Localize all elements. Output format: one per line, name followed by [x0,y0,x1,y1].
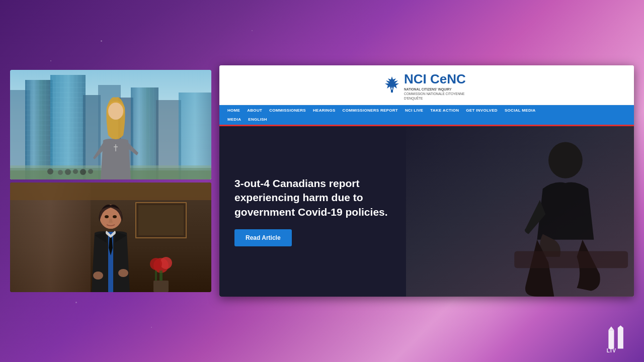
nci-abbreviation: NCI CeNC [404,71,466,87]
svg-marker-105 [618,327,623,348]
browser-header: NCI CeNC NATIONAL CITIZENS' INQUIRY COMM… [219,65,634,105]
nav-item-media[interactable]: MEDIA [227,117,241,122]
svg-point-101 [548,142,583,178]
city-backdrop-svg [10,70,211,179]
nav-bar-secondary: MEDIA ENGLISH [219,116,634,126]
nci-text-block: NCI CeNC NATIONAL CITIZENS' INQUIRY COMM… [404,71,469,101]
svg-point-76 [88,169,93,174]
svg-point-78 [108,103,123,120]
svg-rect-91 [153,281,169,292]
svg-rect-2 [25,80,53,179]
read-article-button[interactable]: Read Article [234,229,292,246]
hero-bg-person [406,126,634,297]
svg-marker-106 [618,325,623,328]
nci-logo: NCI CeNC NATIONAL CITIZENS' INQUIRY COMM… [384,71,469,101]
nav-item-about[interactable]: ABOUT [247,108,262,113]
svg-rect-100 [406,126,634,297]
svg-point-74 [73,169,78,174]
video-panel-bottom [10,183,211,292]
nav-item-commissioners-report[interactable]: COMMISSIONERS REPORT [343,108,398,113]
svg-point-72 [58,170,63,175]
svg-point-73 [65,169,71,175]
nav-bar: HOME ABOUT COMMISSIONERS HEARINGS COMMIS… [219,105,634,116]
svg-rect-83 [10,183,211,200]
nav-item-commissioners[interactable]: COMMISSIONERS [269,108,306,113]
svg-rect-85 [138,205,184,235]
svg-point-88 [150,258,162,270]
nav-item-nci-live[interactable]: NCI LIVE [405,108,423,113]
hero-headline: 3-out-4 Canadians report experiencing ha… [234,176,420,219]
ltv-logo: LTV [605,325,635,353]
video-column [10,70,211,292]
nav-item-take-action[interactable]: TAKE ACTION [430,108,459,113]
nav-item-home[interactable]: HOME [227,108,240,113]
nav-item-hearings[interactable]: HEARINGS [313,108,336,113]
svg-point-94 [105,215,109,218]
svg-marker-103 [608,330,614,348]
hero-content: 3-out-4 Canadians report experiencing ha… [219,161,435,261]
maple-leaf-icon [384,75,400,97]
browser-panel: NCI CeNC NATIONAL CITIZENS' INQUIRY COMM… [219,65,634,297]
svg-text:LTV: LTV [607,347,616,353]
svg-point-71 [47,168,53,174]
room-backdrop-svg [10,183,211,292]
nci-full-name: NATIONAL CITIZENS' INQUIRY COMMISSION NA… [404,87,469,101]
svg-marker-104 [608,326,614,330]
svg-point-75 [80,169,86,175]
svg-point-97 [93,272,103,280]
svg-rect-28 [50,75,86,179]
svg-point-98 [118,269,128,277]
video-panel-top [10,70,211,179]
nav-item-get-involved[interactable]: GET INVOLVED [466,108,498,113]
nav-item-english[interactable]: ENGLISH [248,117,267,122]
hero-section: 3-out-4 Canadians report experiencing ha… [219,126,634,297]
svg-rect-99 [391,89,393,93]
svg-point-95 [113,215,117,218]
svg-rect-102 [514,251,628,268]
nav-item-social-media[interactable]: SOCIAL MEDIA [505,108,536,113]
main-container: NCI CeNC NATIONAL CITIZENS' INQUIRY COMM… [0,0,644,362]
